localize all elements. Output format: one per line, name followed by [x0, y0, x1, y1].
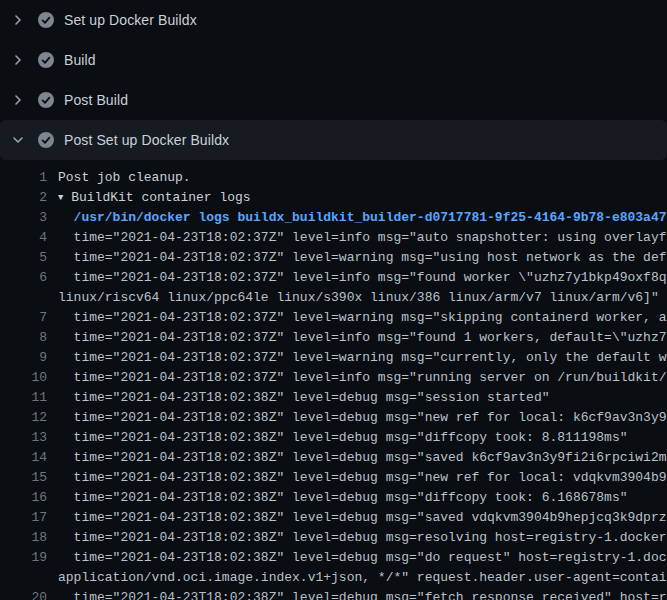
step-header[interactable]: Build	[0, 40, 667, 80]
log-line-number[interactable]: 2	[0, 188, 47, 208]
log-line-number	[0, 568, 47, 588]
log-row: 11 time="2021-04-23T18:02:38Z" level=deb…	[0, 388, 667, 408]
log-line-number[interactable]: 19	[0, 548, 47, 568]
log-line-number[interactable]: 20	[0, 588, 47, 600]
log-line-text: Post job cleanup.	[58, 168, 191, 188]
log-line-number[interactable]: 9	[0, 348, 47, 368]
log-line-text: time="2021-04-23T18:02:38Z" level=debug …	[58, 588, 667, 600]
step-label: Post Set up Docker Buildx	[64, 132, 229, 148]
log-line-text: time="2021-04-23T18:02:37Z" level=warnin…	[58, 248, 667, 268]
log-group-toggle-icon[interactable]: ▼	[58, 193, 63, 203]
log-line-text: time="2021-04-23T18:02:38Z" level=debug …	[58, 548, 667, 568]
log-line-text: time="2021-04-23T18:02:38Z" level=debug …	[58, 468, 667, 488]
chevron-right-icon	[10, 12, 26, 28]
log-line-number[interactable]: 1	[0, 168, 47, 188]
log-row: 5 time="2021-04-23T18:02:37Z" level=warn…	[0, 248, 667, 268]
log-line-number[interactable]: 4	[0, 228, 47, 248]
log-line-text: time="2021-04-23T18:02:38Z" level=debug …	[58, 388, 549, 408]
log-line-text[interactable]: ▼ BuildKit container logs	[58, 188, 251, 208]
log-line-number[interactable]: 13	[0, 428, 47, 448]
log-line-number[interactable]: 10	[0, 368, 47, 388]
step-label: Post Build	[64, 92, 128, 108]
log-line-number[interactable]: 7	[0, 308, 47, 328]
chevron-right-icon	[10, 92, 26, 108]
log-line-number	[0, 288, 47, 308]
log-line-number[interactable]: 5	[0, 248, 47, 268]
log-row: 2 ▼ BuildKit container logs	[0, 188, 667, 208]
chevron-down-icon	[10, 132, 26, 148]
log-line-number[interactable]: 11	[0, 388, 47, 408]
log-line-number[interactable]: 18	[0, 528, 47, 548]
log-row: 14 time="2021-04-23T18:02:38Z" level=deb…	[0, 448, 667, 468]
log-line-text: linux/riscv64 linux/ppc64le linux/s390x …	[58, 288, 659, 308]
log-row: 18 time="2021-04-23T18:02:38Z" level=deb…	[0, 528, 667, 548]
log-row: 16 time="2021-04-23T18:02:38Z" level=deb…	[0, 488, 667, 508]
log-line-text: time="2021-04-23T18:02:38Z" level=debug …	[58, 408, 667, 428]
log-line-number[interactable]: 6	[0, 268, 47, 288]
log-line-text: time="2021-04-23T18:02:38Z" level=debug …	[58, 528, 667, 548]
log-line-text: time="2021-04-23T18:02:37Z" level=warnin…	[58, 308, 667, 328]
log-line-text: time="2021-04-23T18:02:37Z" level=info m…	[58, 368, 667, 388]
log-line-number[interactable]: 12	[0, 408, 47, 428]
log-line-text: time="2021-04-23T18:02:38Z" level=debug …	[58, 488, 628, 508]
check-circle-icon	[38, 132, 54, 148]
log-row: 10 time="2021-04-23T18:02:37Z" level=inf…	[0, 368, 667, 388]
log-area: 1 Post job cleanup. 2 ▼ BuildKit contain…	[0, 160, 667, 600]
log-line-number[interactable]: 3	[0, 208, 47, 228]
step-list: Set up Docker Buildx Build Post Build	[0, 0, 667, 160]
check-circle-icon	[38, 52, 54, 68]
log-line-text: time="2021-04-23T18:02:38Z" level=debug …	[58, 448, 667, 468]
log-row: 6 time="2021-04-23T18:02:37Z" level=info…	[0, 268, 667, 288]
check-circle-icon	[38, 92, 54, 108]
log-row: linux/riscv64 linux/ppc64le linux/s390x …	[0, 288, 667, 308]
log-line-number[interactable]: 8	[0, 328, 47, 348]
log-row: 13 time="2021-04-23T18:02:38Z" level=deb…	[0, 428, 667, 448]
log-line-number[interactable]: 16	[0, 488, 47, 508]
log-line-number[interactable]: 15	[0, 468, 47, 488]
log-row: 9 time="2021-04-23T18:02:37Z" level=warn…	[0, 348, 667, 368]
log-row: 1 Post job cleanup.	[0, 168, 667, 188]
log-line-text: time="2021-04-23T18:02:37Z" level=info m…	[58, 228, 667, 248]
log-line-text: time="2021-04-23T18:02:37Z" level=info m…	[58, 328, 667, 348]
log-row: 20 time="2021-04-23T18:02:38Z" level=deb…	[0, 588, 667, 600]
log-row: 8 time="2021-04-23T18:02:37Z" level=info…	[0, 328, 667, 348]
log-row: 19 time="2021-04-23T18:02:38Z" level=deb…	[0, 548, 667, 568]
chevron-right-icon	[10, 52, 26, 68]
log-row: 17 time="2021-04-23T18:02:38Z" level=deb…	[0, 508, 667, 528]
log-line-text: /usr/bin/docker logs buildx_buildkit_bui…	[58, 208, 667, 228]
log-row: 3 /usr/bin/docker logs buildx_buildkit_b…	[0, 208, 667, 228]
log-line-number[interactable]: 14	[0, 448, 47, 468]
step-header[interactable]: Set up Docker Buildx	[0, 0, 667, 40]
log-line-text: time="2021-04-23T18:02:38Z" level=debug …	[58, 508, 667, 528]
step-header[interactable]: Post Set up Docker Buildx	[0, 120, 667, 160]
log-line-text: application/vnd.oci.image.index.v1+json,…	[58, 568, 667, 588]
log-row: 15 time="2021-04-23T18:02:38Z" level=deb…	[0, 468, 667, 488]
step-label: Build	[64, 52, 96, 68]
log-line-text: time="2021-04-23T18:02:38Z" level=debug …	[58, 428, 628, 448]
log-line-text: time="2021-04-23T18:02:37Z" level=warnin…	[58, 348, 667, 368]
log-row: 7 time="2021-04-23T18:02:37Z" level=warn…	[0, 308, 667, 328]
check-circle-icon	[38, 12, 54, 28]
step-header[interactable]: Post Build	[0, 80, 667, 120]
log-row: 4 time="2021-04-23T18:02:37Z" level=info…	[0, 228, 667, 248]
log-line-text: time="2021-04-23T18:02:37Z" level=info m…	[58, 268, 667, 288]
step-label: Set up Docker Buildx	[64, 12, 197, 28]
log-row: application/vnd.oci.image.index.v1+json,…	[0, 568, 667, 588]
log-line-number[interactable]: 17	[0, 508, 47, 528]
log-row: 12 time="2021-04-23T18:02:38Z" level=deb…	[0, 408, 667, 428]
